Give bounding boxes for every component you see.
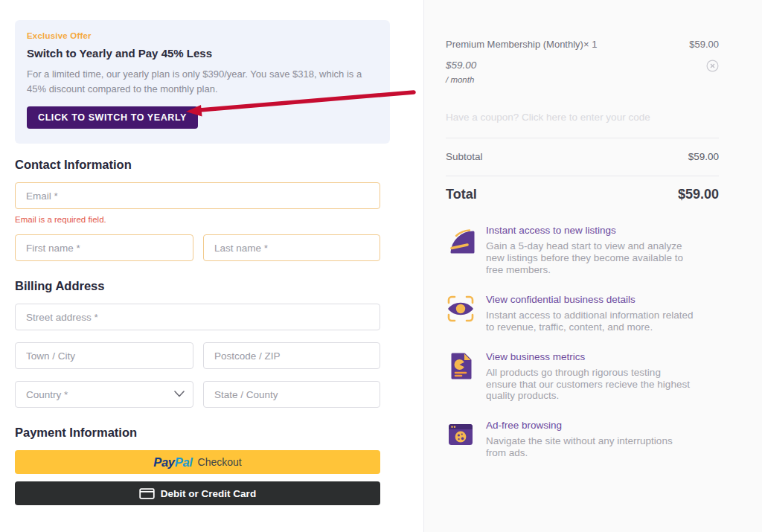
offer-tag: Exclusive Offer — [27, 31, 377, 40]
paypal-checkout-button[interactable]: PayPal Checkout — [15, 450, 380, 474]
subtotal-label: Subtotal — [446, 151, 483, 162]
debit-credit-card-button[interactable]: Debit or Credit Card — [15, 481, 380, 505]
benefit-description: Instant access to additional information… — [486, 310, 693, 333]
checkout-form-column: Exclusive Offer Switch to Yearly and Pay… — [0, 0, 423, 532]
paypal-logo-pay: Pay — [153, 455, 174, 469]
checkout-page: Exclusive Offer Switch to Yearly and Pay… — [0, 0, 762, 532]
switch-to-yearly-button[interactable]: CLICK TO SWITCH TO YEARLY — [27, 106, 198, 129]
state-county-field[interactable] — [203, 381, 380, 408]
benefit-title: View confidential business details — [486, 294, 693, 305]
benefit-description: Gain a 5-day head start to view and anal… — [486, 240, 683, 276]
city-zip-row — [15, 342, 380, 369]
benefit-item-ad-free: Ad-free browsing Navigate the site witho… — [446, 420, 743, 459]
metrics-document-icon — [446, 351, 476, 381]
benefit-item-business-metrics: View business metrics All products go th… — [446, 351, 743, 403]
total-value: $59.00 — [678, 187, 719, 202]
card-button-label: Debit or Credit Card — [161, 488, 256, 499]
benefit-title: View business metrics — [486, 351, 690, 362]
coupon-link[interactable]: Have a coupon? Click here to enter your … — [446, 112, 719, 123]
offer-title: Switch to Yearly and Pay 45% Less — [27, 47, 377, 60]
benefit-description: All products go through rigorous testing… — [486, 367, 690, 403]
item-qty-text: × 1 — [583, 39, 597, 50]
country-select-value: Country * — [15, 381, 193, 408]
paypal-logo-pal: Pal — [175, 455, 193, 469]
remove-item-icon[interactable] — [706, 60, 719, 72]
benefit-title: Ad-free browsing — [486, 420, 673, 431]
recurring-period: / month — [446, 75, 476, 84]
recurring-price: $59.00 — [446, 60, 476, 71]
membership-benefits-list: Instant access to new listings Gain a 5-… — [446, 225, 743, 459]
credit-card-icon — [139, 488, 155, 499]
postcode-zip-field[interactable] — [203, 342, 380, 369]
subtotal-value: $59.00 — [688, 151, 719, 162]
street-address-field[interactable] — [15, 304, 380, 330]
eye-scan-icon — [446, 294, 476, 324]
benefit-title: Instant access to new listings — [486, 225, 683, 236]
town-city-field[interactable] — [15, 342, 193, 369]
offer-description: For a limited time, our yearly plan is o… — [27, 67, 377, 97]
email-field[interactable] — [15, 182, 380, 209]
benefit-item-new-listings: Instant access to new listings Gain a 5-… — [446, 225, 743, 276]
order-item-name: Premium Membership (Monthly)× 1 — [446, 39, 597, 50]
first-name-field[interactable] — [15, 234, 193, 261]
last-name-field[interactable] — [203, 234, 380, 261]
benefit-description: Navigate the site without any interrupti… — [486, 435, 673, 459]
order-item-price: $59.00 — [689, 39, 719, 50]
item-name-text: Premium Membership (Monthly) — [446, 39, 583, 50]
gauge-icon — [446, 225, 476, 254]
recurring-price-row: $59.00 / month — [446, 60, 719, 84]
total-row: Total $59.00 — [446, 176, 719, 202]
subtotal-row: Subtotal $59.00 — [446, 151, 719, 162]
cookie-browser-icon — [446, 420, 476, 449]
country-state-row: Country * — [15, 381, 380, 408]
exclusive-offer-banner: Exclusive Offer Switch to Yearly and Pay… — [15, 20, 390, 144]
contact-information-heading: Contact Information — [15, 158, 423, 172]
email-error-message: Email is a required field. — [15, 215, 423, 224]
billing-address-heading: Billing Address — [15, 279, 423, 293]
order-item-row: Premium Membership (Monthly)× 1 $59.00 — [446, 39, 719, 50]
payment-information-heading: Payment Information — [15, 426, 423, 440]
name-fields-row — [15, 234, 380, 261]
summary-divider — [446, 138, 719, 138]
chevron-down-icon — [174, 391, 185, 397]
paypal-checkout-label: Checkout — [198, 456, 242, 468]
order-summary-panel: Premium Membership (Monthly)× 1 $59.00 $… — [423, 0, 762, 532]
total-label: Total — [446, 187, 477, 202]
benefit-item-confidential-details: View confidential business details Insta… — [446, 294, 743, 333]
country-select[interactable]: Country * — [15, 381, 193, 408]
